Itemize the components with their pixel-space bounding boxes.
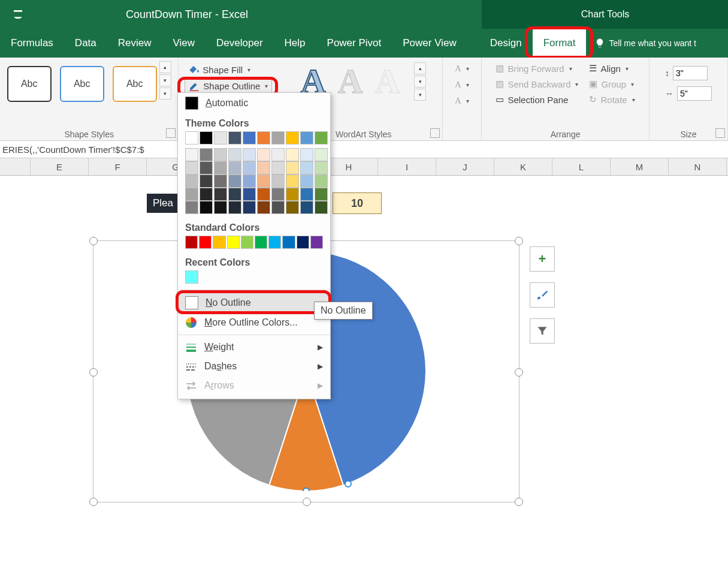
color-swatch[interactable] bbox=[315, 201, 328, 214]
color-swatch[interactable] bbox=[315, 148, 328, 161]
wordart-preset-2[interactable]: A bbox=[338, 61, 363, 101]
group-button[interactable]: ▣ Group▾ bbox=[585, 77, 638, 91]
color-swatch[interactable] bbox=[286, 201, 299, 214]
shape-width-input[interactable] bbox=[677, 86, 712, 101]
col-header-k[interactable]: K bbox=[494, 158, 552, 175]
chart-styles-button[interactable] bbox=[530, 282, 555, 308]
color-swatch[interactable] bbox=[214, 174, 227, 188]
wordart-scroll-up[interactable]: ▴ bbox=[414, 62, 426, 74]
color-swatch[interactable] bbox=[300, 188, 313, 201]
color-swatch[interactable] bbox=[257, 131, 270, 144]
shape-style-preset-2[interactable]: Abc bbox=[60, 66, 104, 102]
standard-colors[interactable] bbox=[178, 236, 330, 252]
tab-formulas[interactable]: Formulas bbox=[0, 29, 64, 58]
text-outline-button[interactable]: A▾ bbox=[455, 80, 469, 90]
tab-power-pivot[interactable]: Power Pivot bbox=[316, 29, 392, 58]
wordart-preset-3[interactable]: A bbox=[375, 61, 400, 101]
color-swatch[interactable] bbox=[271, 201, 285, 214]
color-swatch[interactable] bbox=[199, 236, 212, 249]
outline-automatic[interactable]: AAutomaticutomatic bbox=[178, 93, 330, 113]
color-swatch[interactable] bbox=[300, 148, 313, 161]
tell-me-search[interactable]: Tell me what you want t bbox=[586, 29, 696, 58]
selection-pane-button[interactable]: ▭ Selection Pane bbox=[492, 92, 572, 107]
color-swatch[interactable] bbox=[228, 201, 241, 214]
color-swatch[interactable] bbox=[257, 201, 270, 214]
worksheet-area[interactable]: Plea 10 + AAutomaticutomatic Theme Color… bbox=[0, 176, 728, 553]
wordart-dialog-launcher[interactable] bbox=[430, 128, 440, 138]
tab-help[interactable]: Help bbox=[274, 29, 316, 58]
formula-bar[interactable]: ERIES(,,'CountDown Timer'!$C$7:$ bbox=[0, 141, 728, 158]
color-swatch[interactable] bbox=[185, 148, 198, 161]
color-swatch[interactable] bbox=[271, 148, 285, 161]
col-header[interactable] bbox=[0, 158, 31, 175]
shape-style-preset-1[interactable]: Abc bbox=[7, 66, 52, 102]
color-swatch[interactable] bbox=[271, 174, 285, 188]
color-swatch[interactable] bbox=[185, 188, 198, 201]
color-swatch[interactable] bbox=[228, 161, 241, 174]
chart-elements-button[interactable]: + bbox=[530, 246, 555, 272]
size-dialog-launcher[interactable] bbox=[715, 128, 725, 138]
color-swatch[interactable] bbox=[282, 236, 295, 249]
color-swatch[interactable] bbox=[315, 131, 328, 144]
color-swatch[interactable] bbox=[200, 188, 213, 201]
col-header-n[interactable]: N bbox=[669, 158, 727, 175]
color-swatch[interactable] bbox=[185, 131, 198, 144]
color-swatch[interactable] bbox=[200, 174, 213, 188]
color-swatch[interactable] bbox=[200, 148, 213, 161]
wordart-more[interactable]: ▾ bbox=[414, 89, 426, 101]
cell-remaining-value[interactable]: 10 bbox=[333, 192, 382, 214]
tab-review[interactable]: Review bbox=[107, 29, 162, 58]
color-swatch[interactable] bbox=[227, 236, 240, 249]
shape-fill-button[interactable]: Shape Fill▾ bbox=[185, 62, 254, 77]
color-swatch[interactable] bbox=[271, 131, 285, 144]
color-swatch[interactable] bbox=[243, 148, 256, 161]
color-swatch[interactable] bbox=[271, 188, 285, 201]
theme-colors-shades[interactable] bbox=[178, 148, 330, 218]
shape-styles-dialog-launcher[interactable] bbox=[166, 128, 176, 138]
color-swatch[interactable] bbox=[214, 148, 227, 161]
text-fill-button[interactable]: A▾ bbox=[455, 64, 469, 74]
color-swatch[interactable] bbox=[228, 131, 241, 144]
color-swatch[interactable] bbox=[286, 148, 299, 161]
color-swatch[interactable] bbox=[286, 188, 299, 201]
wordart-scroll-down[interactable]: ▾ bbox=[414, 76, 426, 88]
color-swatch[interactable] bbox=[315, 161, 328, 174]
color-swatch[interactable] bbox=[243, 131, 256, 144]
gallery-scroll-down[interactable]: ▾ bbox=[159, 74, 171, 86]
more-outline-colors-item[interactable]: More Outline Colors... bbox=[178, 313, 330, 332]
color-swatch[interactable] bbox=[214, 131, 227, 144]
outline-dashes-item[interactable]: Dashes▶ bbox=[178, 357, 330, 376]
color-swatch[interactable] bbox=[185, 174, 198, 188]
col-header-m[interactable]: M bbox=[611, 158, 669, 175]
color-swatch[interactable] bbox=[243, 201, 256, 214]
color-swatch[interactable] bbox=[300, 131, 313, 144]
color-swatch[interactable] bbox=[300, 161, 313, 174]
color-swatch[interactable] bbox=[300, 201, 313, 214]
color-swatch[interactable] bbox=[286, 174, 299, 188]
color-swatch[interactable] bbox=[200, 201, 213, 214]
color-swatch[interactable] bbox=[286, 161, 299, 174]
color-swatch[interactable] bbox=[257, 161, 270, 174]
color-swatch[interactable] bbox=[214, 201, 227, 214]
color-swatch[interactable] bbox=[257, 148, 270, 161]
chart-filters-button[interactable] bbox=[530, 318, 555, 344]
tab-view[interactable]: View bbox=[162, 29, 206, 58]
recent-colors[interactable] bbox=[178, 270, 330, 287]
color-swatch[interactable] bbox=[257, 188, 270, 201]
color-swatch[interactable] bbox=[228, 174, 241, 188]
tab-developer[interactable]: Developer bbox=[206, 29, 274, 58]
color-swatch[interactable] bbox=[300, 174, 313, 188]
align-button[interactable]: ☰ Align▾ bbox=[585, 61, 632, 76]
col-header-e[interactable]: E bbox=[31, 158, 89, 175]
color-swatch[interactable] bbox=[243, 161, 256, 174]
color-swatch[interactable] bbox=[310, 236, 323, 249]
tab-power-view[interactable]: Power View bbox=[392, 29, 467, 58]
col-header-l[interactable]: L bbox=[552, 158, 611, 175]
color-swatch[interactable] bbox=[315, 174, 328, 188]
color-swatch[interactable] bbox=[271, 161, 285, 174]
color-swatch[interactable] bbox=[200, 131, 213, 144]
tab-data[interactable]: Data bbox=[64, 29, 107, 58]
color-swatch[interactable] bbox=[243, 188, 256, 201]
color-swatch[interactable] bbox=[214, 161, 227, 174]
color-swatch[interactable] bbox=[257, 174, 270, 188]
